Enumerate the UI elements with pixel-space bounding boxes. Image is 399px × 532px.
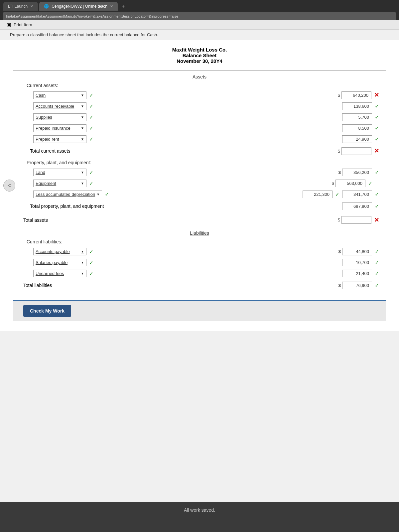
land-select[interactable]: Land ▼ bbox=[33, 169, 86, 176]
address-bar[interactable]: lrn/takeAssignment/takeAssignmentMain.do… bbox=[3, 12, 396, 20]
cash-label: Cash bbox=[36, 93, 46, 98]
sp-select[interactable]: Salaries payable ▼ bbox=[33, 259, 86, 266]
sp-status-icon: ✓ bbox=[375, 259, 379, 266]
sp-amount-input[interactable]: 10,700 bbox=[342, 259, 372, 266]
check-work-button[interactable]: Check My Work bbox=[23, 305, 71, 317]
land-arrow-icon: ▼ bbox=[81, 171, 84, 174]
total-assets-amount-input[interactable] bbox=[341, 216, 371, 224]
pr-account-col: Prepaid rent ▼ ✓ bbox=[33, 135, 126, 143]
land-row: Land ▼ ✓ $ 356,200 ✓ bbox=[20, 167, 379, 177]
total-ca-status-icon: ✕ bbox=[374, 147, 379, 155]
ar-arrow-icon: ▼ bbox=[81, 104, 84, 108]
ap-amount-input[interactable]: 44,800 bbox=[342, 248, 372, 255]
form-area: < Maxfit Weight Loss Co. Balance Sheet N… bbox=[0, 40, 399, 331]
total-ca-dollar: $ bbox=[338, 149, 340, 154]
nav-back-button[interactable]: < bbox=[3, 180, 15, 192]
total-assets-dollar: $ bbox=[338, 217, 340, 222]
sp-arrow-icon: ▼ bbox=[81, 261, 84, 264]
land-label: Land bbox=[36, 170, 45, 175]
uf-amount-col: 21,400 ✓ bbox=[332, 270, 379, 277]
accum-depr-account-col: Less accumulated depreciation ▼ ✓ bbox=[33, 191, 126, 198]
footer: All work saved. bbox=[0, 502, 399, 518]
tab-lti-launch[interactable]: LTI Launch ✕ bbox=[3, 2, 38, 11]
equipment-select[interactable]: Equipment ▼ bbox=[33, 180, 86, 187]
land-account-check-icon: ✓ bbox=[89, 169, 93, 176]
equipment-mid-col: $ 563,000 ✓ bbox=[332, 180, 372, 187]
uf-account-check-icon: ✓ bbox=[89, 270, 93, 277]
land-amount-input[interactable]: 356,200 bbox=[342, 169, 372, 176]
pr-select[interactable]: Prepaid rent ▼ bbox=[33, 135, 86, 143]
accum-depr-mid-status-icon: ✓ bbox=[335, 191, 339, 198]
pi-amount-input[interactable]: 8,500 bbox=[342, 124, 372, 132]
print-label[interactable]: Print Item bbox=[14, 22, 32, 27]
uf-select[interactable]: Unearned fees ▼ bbox=[33, 270, 86, 277]
new-tab-button[interactable]: + bbox=[119, 2, 127, 11]
tab-cengage-close[interactable]: ✕ bbox=[110, 4, 113, 9]
cash-arrow-icon: ▼ bbox=[81, 93, 84, 97]
accum-depr-right-col: 341,700 ✓ bbox=[342, 191, 379, 198]
cash-account-check-icon: ✓ bbox=[89, 92, 93, 98]
total-assets-row: Total assets $ ✕ bbox=[20, 214, 379, 224]
pi-amount-col: 8,500 ✓ bbox=[332, 124, 379, 132]
ar-account-check-icon: ✓ bbox=[89, 103, 93, 109]
uf-amount-input[interactable]: 21,400 bbox=[342, 270, 372, 277]
cash-amount-input[interactable]: 640,200 bbox=[341, 91, 371, 99]
accum-depr-right-input[interactable]: 341,700 bbox=[342, 191, 372, 198]
land-amount-col: $ 356,200 ✓ bbox=[332, 169, 379, 176]
ap-account-col: Accounts payable ▼ ✓ bbox=[33, 248, 126, 255]
equipment-account-col: Equipment ▼ ✓ bbox=[33, 180, 126, 187]
land-account-col: Land ▼ ✓ bbox=[33, 169, 126, 176]
supplies-amount-input[interactable]: 5,700 bbox=[342, 113, 372, 121]
uf-status-icon: ✓ bbox=[375, 270, 379, 277]
accum-depr-arrow-icon: ▼ bbox=[96, 193, 100, 196]
pi-account-col: Prepaid insurance ▼ ✓ bbox=[33, 124, 126, 132]
total-ca-amount-input[interactable] bbox=[341, 147, 371, 155]
accounts-payable-row: Accounts payable ▼ ✓ $ 44,800 ✓ bbox=[20, 246, 379, 256]
ap-arrow-icon: ▼ bbox=[81, 250, 84, 253]
assets-section-header: Assets bbox=[20, 74, 379, 79]
sp-amount-col: 10,700 ✓ bbox=[332, 259, 379, 266]
equipment-amount-input[interactable]: 563,000 bbox=[335, 180, 365, 187]
cash-select[interactable]: Cash ▼ bbox=[33, 91, 86, 99]
ap-select[interactable]: Accounts payable ▼ bbox=[33, 248, 86, 255]
equipment-label: Equipment bbox=[36, 181, 56, 186]
total-liabilities-amount-col: $ 76,900 ✓ bbox=[338, 282, 379, 289]
total-liabilities-label: Total liabilities bbox=[20, 283, 52, 288]
total-liabilities-amount-input[interactable]: 76,900 bbox=[342, 282, 372, 289]
browser-chrome: LTI Launch ✕ 🌐 CengageNOWv2 | Online tea… bbox=[0, 0, 399, 20]
sp-account-check-icon: ✓ bbox=[89, 259, 93, 266]
company-header: Maxfit Weight Loss Co. Balance Sheet Nov… bbox=[13, 47, 386, 64]
ar-status-icon: ✓ bbox=[375, 103, 379, 109]
accum-depr-right-status-icon: ✓ bbox=[375, 191, 379, 198]
pr-arrow-icon: ▼ bbox=[81, 137, 84, 141]
pr-amount-input[interactable]: 24,900 bbox=[342, 135, 372, 143]
pr-label: Prepaid rent bbox=[36, 137, 59, 142]
ap-dollar: $ bbox=[338, 249, 341, 254]
accum-depr-mid-input[interactable]: 221,300 bbox=[303, 191, 332, 198]
pi-select[interactable]: Prepaid insurance ▼ bbox=[33, 124, 86, 132]
land-status-icon: ✓ bbox=[375, 169, 379, 176]
supplies-select[interactable]: Supplies ▼ bbox=[33, 113, 86, 121]
supplies-label: Supplies bbox=[36, 115, 52, 120]
total-assets-amount-col: $ ✕ bbox=[338, 216, 379, 224]
print-icon[interactable]: ▣ bbox=[7, 22, 11, 27]
equipment-arrow-icon: ▼ bbox=[81, 182, 84, 185]
equipment-dollar: $ bbox=[332, 181, 334, 186]
total-ca-amount-col: $ ✕ bbox=[332, 147, 379, 155]
ar-account-col: Accounts receivable ▼ ✓ bbox=[33, 102, 126, 110]
land-dollar: $ bbox=[338, 170, 341, 175]
ar-select[interactable]: Accounts receivable ▼ bbox=[33, 102, 86, 110]
sp-label: Salaries payable bbox=[36, 260, 67, 265]
accum-depr-row: Less accumulated depreciation ▼ ✓ 221,30… bbox=[20, 189, 379, 199]
accum-depr-select[interactable]: Less accumulated depreciation ▼ bbox=[33, 191, 102, 198]
tab-lti-close[interactable]: ✕ bbox=[30, 4, 33, 9]
ar-amount-input[interactable]: 138,600 bbox=[342, 102, 372, 110]
tab-cengage[interactable]: 🌐 CengageNOWv2 | Online teach ✕ bbox=[39, 2, 118, 11]
ppe-label: Property, plant, and equipment: bbox=[20, 160, 379, 165]
ap-amount-col: $ 44,800 ✓ bbox=[332, 248, 379, 255]
url-text: lrn/takeAssignment/takeAssignmentMain.do… bbox=[6, 14, 178, 18]
total-assets-status-icon: ✕ bbox=[374, 216, 379, 224]
total-ppe-amount-input[interactable]: 697,900 bbox=[342, 202, 372, 210]
total-ca-label: Total current assets bbox=[20, 148, 70, 154]
instruction-text: Prepare a classified balance sheet that … bbox=[0, 30, 399, 40]
